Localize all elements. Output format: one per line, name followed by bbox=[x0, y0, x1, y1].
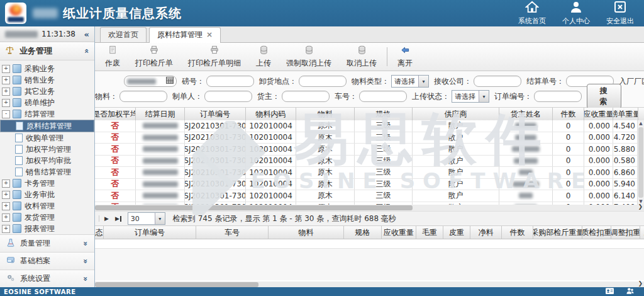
tab-welcome[interactable]: 欢迎首页 bbox=[100, 27, 147, 42]
vertical-scrollbar[interactable]: ▲ ▼ bbox=[637, 120, 644, 205]
toolbar-button[interactable]: 上传 bbox=[248, 44, 279, 70]
scrollbar-thumb[interactable] bbox=[638, 127, 643, 198]
nav-home[interactable]: 系统首页 bbox=[518, 1, 546, 26]
table-row[interactable]: 否SJ20210301-730102010004原木三级散户00.00040.5… bbox=[95, 156, 638, 168]
table-row[interactable]: 否SJ20210301-730102010004原木三级散户00.00044.5… bbox=[95, 120, 638, 132]
table-row[interactable]: 否SJ20210301-730102010004原木三级散户00.00085.9… bbox=[95, 179, 638, 191]
filter-field: 入厂厂区：---请选择--▾ bbox=[619, 75, 644, 88]
filter-input[interactable] bbox=[206, 76, 254, 87]
filter-input[interactable] bbox=[299, 76, 347, 87]
sidebar-item[interactable]: 原料结算管理 bbox=[0, 120, 94, 132]
toolbar-button[interactable]: 强制取消上传 bbox=[279, 44, 339, 70]
table-cell: 0 bbox=[553, 132, 584, 144]
sidebar-item[interactable]: +卡务管理 bbox=[0, 178, 94, 189]
archive-icon bbox=[6, 256, 15, 266]
nav-profile[interactable]: 个人中心 bbox=[562, 1, 590, 26]
table-cell: 66.140 bbox=[613, 190, 638, 202]
main-table-header: 是否加权平均结算日期订单编号物料内码物料规格供应商货主姓名件数应收重量磅单重量 bbox=[95, 108, 644, 121]
toolbar-button[interactable]: 打印检斤单明细 bbox=[180, 44, 248, 70]
chevron-up-icon[interactable]: « bbox=[82, 48, 91, 54]
nav-label: 个人中心 bbox=[562, 16, 590, 26]
expand-icon[interactable]: + bbox=[2, 225, 10, 233]
folder-icon bbox=[13, 213, 21, 222]
sidebar-item[interactable]: 收购单管理 bbox=[0, 132, 94, 144]
expand-icon[interactable]: + bbox=[2, 213, 10, 222]
sidebar-item[interactable]: -结算管理 bbox=[0, 108, 94, 120]
collapse-icon[interactable]: - bbox=[2, 110, 10, 118]
expand-icon[interactable]: + bbox=[2, 202, 10, 210]
chevron-down-icon: » bbox=[81, 259, 90, 264]
expand-icon[interactable]: + bbox=[2, 179, 10, 188]
contact-card-icon[interactable] bbox=[606, 287, 614, 296]
page-size-select[interactable]: 30 ▾ bbox=[128, 212, 165, 225]
sidebar-item[interactable]: 加权平均审批 bbox=[0, 155, 94, 166]
table-row[interactable]: 否SJ20210301-730102010004原木三级散户00.00065.8… bbox=[95, 144, 638, 156]
sidebar-item[interactable]: 加权平均管理 bbox=[0, 144, 94, 155]
sidebar-item-label: 业务审批 bbox=[25, 190, 55, 200]
scroll-up-icon[interactable]: ▲ bbox=[639, 120, 642, 127]
table-cell: 散户 bbox=[413, 156, 499, 167]
last-page-button[interactable]: ▶ bbox=[115, 215, 121, 222]
expand-icon[interactable]: + bbox=[2, 76, 10, 84]
sidebar-item[interactable]: +收料管理 bbox=[0, 200, 94, 212]
sidebar-item[interactable]: +业务审批 bbox=[0, 189, 94, 200]
next-page-button[interactable]: ▶ bbox=[104, 215, 109, 222]
sidebar-item-quality[interactable]: 质量管理 » bbox=[0, 234, 94, 252]
toolbar-button[interactable]: 作废 bbox=[97, 44, 128, 70]
toolbar-button[interactable]: 打印检斤单 bbox=[128, 44, 180, 70]
toolbar-button[interactable]: 离开 bbox=[390, 44, 420, 70]
filter-row-2: 物料：制单人：货主：车号：上传状态：请选择▾订单编号：搜 索 bbox=[95, 89, 644, 104]
scroll-right-icon[interactable]: ❯ bbox=[638, 280, 643, 287]
main-table-hscrollbar[interactable]: ❯ bbox=[95, 205, 644, 211]
filter-label: 物料： bbox=[95, 91, 118, 102]
sidebar-item[interactable]: +发货管理 bbox=[0, 212, 94, 223]
scrollbar-thumb[interactable] bbox=[95, 205, 413, 210]
filter-select[interactable]: 请选择▾ bbox=[391, 75, 429, 88]
sidebar-user-bar: 11:31:38 « bbox=[0, 26, 94, 42]
search-button[interactable]: 搜 索 bbox=[587, 84, 621, 109]
masked-cell bbox=[136, 167, 185, 178]
calendar-icon[interactable] bbox=[166, 77, 174, 86]
user-icon[interactable] bbox=[626, 287, 634, 296]
close-icon[interactable]: × bbox=[206, 30, 213, 39]
scrollbar-thumb[interactable] bbox=[95, 282, 258, 287]
filter-input[interactable] bbox=[474, 76, 521, 87]
expand-icon[interactable]: + bbox=[2, 191, 10, 199]
sidebar: 11:31:38 « 业务管理 « +采购业务+销售业务+其它业务+磅单维护-结… bbox=[0, 26, 95, 287]
sidebar-item-label: 收购单管理 bbox=[26, 133, 64, 144]
toolbar-button[interactable]: 取消上传 bbox=[339, 44, 384, 70]
sidebar-item[interactable]: +销售业务 bbox=[0, 74, 94, 86]
sidebar-tree: +采购业务+销售业务+其它业务+磅单维护-结算管理原料结算管理收购单管理加权平均… bbox=[0, 60, 94, 234]
sidebar-item-settings[interactable]: 系统设置 » bbox=[0, 270, 94, 287]
nav-logout[interactable]: 安全退出 bbox=[606, 1, 634, 26]
sidebar-section-business[interactable]: 业务管理 « bbox=[0, 42, 94, 60]
sidebar-item[interactable]: +报表管理 bbox=[0, 223, 94, 234]
filter-input[interactable] bbox=[119, 91, 167, 102]
sidebar-collapse-button[interactable]: « bbox=[82, 30, 92, 39]
sidebar-item[interactable]: 销售结算管理 bbox=[0, 166, 94, 178]
expand-icon[interactable]: + bbox=[2, 88, 10, 96]
tab-raw-material-settlement[interactable]: 原料结算管理× bbox=[149, 27, 221, 43]
filter-select[interactable]: 请选择▾ bbox=[452, 90, 489, 103]
table-row[interactable]: 否SJ20210301-730102010004原木三级散户00.00026.8… bbox=[95, 167, 638, 179]
scroll-right-icon[interactable]: ❯ bbox=[638, 203, 643, 210]
sidebar-item[interactable]: +磅单维护 bbox=[0, 97, 94, 108]
filter-input[interactable] bbox=[534, 91, 582, 102]
detail-table-hscrollbar[interactable]: ❯ bbox=[95, 282, 644, 287]
expand-icon[interactable]: + bbox=[2, 65, 10, 73]
sidebar-item[interactable]: +其它业务 bbox=[0, 86, 94, 97]
column-header: 调整扣重 bbox=[611, 226, 640, 239]
table-row[interactable]: 否SJ20210301-730102010004原木三级散户00.00066.1… bbox=[95, 190, 638, 202]
sidebar-item-base-files[interactable]: 基础档案 » bbox=[0, 252, 94, 270]
sidebar-item[interactable]: +采购业务 bbox=[0, 63, 94, 74]
folder-icon bbox=[13, 179, 21, 188]
date-input[interactable] bbox=[124, 76, 177, 87]
filter-input[interactable] bbox=[359, 91, 407, 102]
expand-icon[interactable]: + bbox=[2, 99, 10, 107]
filter-input[interactable] bbox=[204, 91, 252, 102]
table-row[interactable]: 否SJ20210301-730102010004原木三级散户00.00034.7… bbox=[95, 132, 638, 144]
table-cell: SJ20210301-730 bbox=[185, 120, 246, 132]
filter-input[interactable] bbox=[282, 91, 330, 102]
section-label: 业务管理 bbox=[19, 45, 52, 57]
column-header: 物料 bbox=[269, 226, 344, 239]
